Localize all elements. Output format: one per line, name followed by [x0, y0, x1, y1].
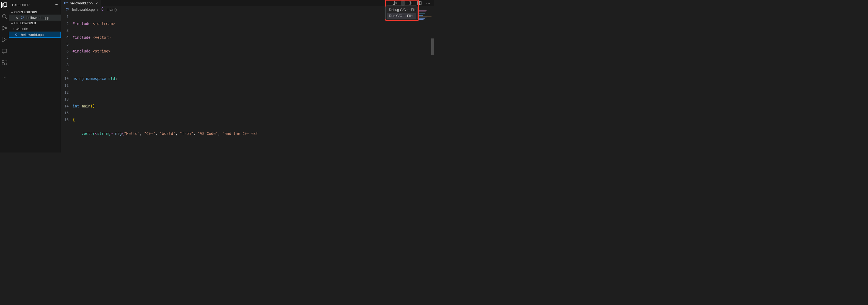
folder-section[interactable]: ⌄ HELLOWORLD — [9, 21, 61, 26]
run-play-icon[interactable] — [392, 0, 398, 6]
breadcrumbs[interactable]: C⁺ helloworld.cpp › main() — [61, 6, 434, 13]
file-name: helloworld.cpp — [21, 33, 44, 37]
gear-icon[interactable] — [408, 0, 414, 6]
more-icon[interactable]: ⋯ — [55, 3, 58, 7]
search-icon[interactable] — [1, 13, 8, 20]
open-editor-filename: helloworld.cpp — [26, 16, 49, 20]
chevron-right-icon: › — [97, 7, 98, 12]
explorer-icon[interactable] — [1, 2, 8, 8]
run-debug-icon[interactable] — [1, 36, 8, 43]
editor-area: C⁺ helloworld.cpp × ⋯ Debug C/C++ File R… — [61, 0, 434, 152]
chevron-down-icon: ⌄ — [10, 21, 13, 25]
explorer-header: EXPLORER ⋯ — [9, 0, 61, 10]
open-editors-label: OPEN EDITORS — [14, 10, 37, 14]
svg-point-3 — [2, 26, 4, 27]
split-editor-icon[interactable] — [416, 0, 423, 6]
source-control-icon[interactable] — [1, 25, 8, 31]
code-editor[interactable]: 1234 5678 9101112 13141516 #include <ios… — [61, 13, 434, 152]
debug-cpp-item[interactable]: Debug C/C++ File — [387, 7, 416, 13]
svg-rect-7 — [2, 49, 7, 53]
remote-explorer-icon[interactable] — [1, 48, 8, 54]
open-editors-section[interactable]: ⌄ OPEN EDITORS — [9, 10, 61, 14]
open-editor-item[interactable]: × C⁺ helloworld.cpp — [9, 14, 61, 21]
chevron-right-icon: › — [13, 27, 14, 30]
close-icon[interactable]: × — [15, 16, 19, 20]
cpp-file-icon: C⁺ — [20, 16, 25, 20]
close-icon[interactable]: × — [95, 1, 98, 5]
breadcrumb-file[interactable]: helloworld.cpp — [72, 7, 95, 11]
svg-line-2 — [5, 18, 7, 19]
svg-point-14 — [410, 2, 411, 4]
editor-actions: ⋯ — [392, 0, 434, 6]
extensions-icon[interactable] — [1, 59, 8, 66]
tree-folder-vscode[interactable]: › .vscode — [9, 26, 61, 32]
cpp-file-icon: C⁺ — [64, 1, 68, 5]
explorer-panel: EXPLORER ⋯ ⌄ OPEN EDITORS × C⁺ helloworl… — [9, 0, 61, 152]
more-icon[interactable]: ⋯ — [1, 74, 8, 80]
tab-label: helloworld.cpp — [70, 1, 93, 5]
svg-point-8 — [3, 52, 4, 53]
symbol-method-icon — [101, 7, 104, 12]
explorer-title: EXPLORER — [12, 3, 30, 7]
folder-label: HELLOWORLD — [14, 22, 36, 25]
line-gutter: 1234 5678 9101112 13141516 — [61, 13, 72, 152]
svg-rect-12 — [5, 60, 7, 62]
run-dropdown-menu: Debug C/C++ File Run C/C++ File — [385, 5, 417, 20]
chevron-down-icon: ⌄ — [10, 10, 13, 14]
activity-bar: ⋯ — [0, 0, 9, 152]
minimap[interactable] — [418, 10, 433, 24]
tab-helloworld[interactable]: C⁺ helloworld.cpp × — [61, 0, 101, 6]
cpp-file-icon: C⁺ — [15, 32, 19, 37]
tree-file-helloworld[interactable]: C⁺ helloworld.cpp — [9, 32, 61, 38]
run-cpp-item[interactable]: Run C/C++ File — [387, 13, 416, 19]
breadcrumb-symbol[interactable]: main() — [106, 7, 117, 11]
svg-point-1 — [2, 14, 6, 18]
svg-point-13 — [393, 4, 394, 5]
folder-name: .vscode — [16, 27, 28, 31]
svg-rect-10 — [2, 63, 4, 65]
cpp-file-icon: C⁺ — [65, 7, 70, 12]
code-lines[interactable]: #include <iostream> #include <vector> #i… — [72, 13, 258, 152]
more-icon[interactable]: ⋯ — [425, 0, 431, 6]
svg-rect-9 — [2, 60, 4, 62]
svg-point-4 — [2, 29, 4, 30]
svg-rect-0 — [4, 3, 7, 7]
vertical-scrollbar[interactable] — [431, 38, 434, 55]
svg-rect-11 — [5, 63, 7, 65]
tabs-row: C⁺ helloworld.cpp × ⋯ — [61, 0, 434, 6]
run-dropdown-chevron[interactable] — [401, 1, 405, 5]
svg-point-5 — [5, 28, 7, 29]
